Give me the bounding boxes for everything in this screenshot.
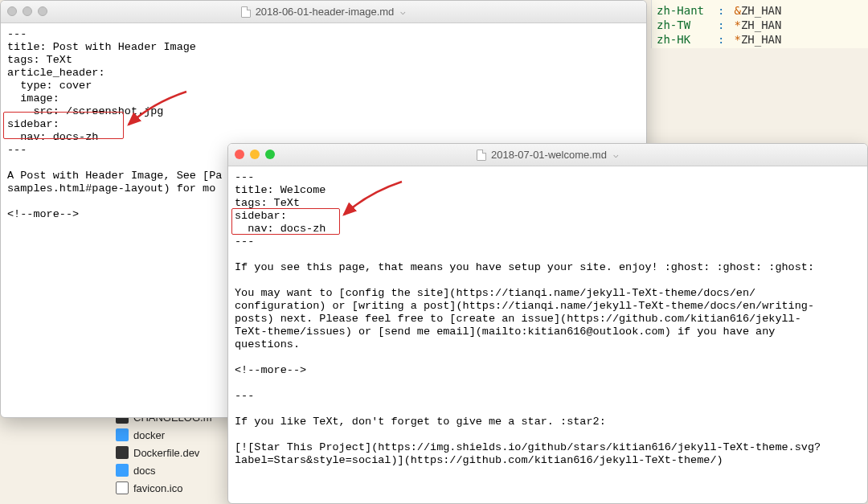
traffic-lights (235, 150, 275, 159)
folder-icon (116, 464, 129, 477)
content-after: --- If you see this page, that means you… (235, 236, 821, 466)
yaml-row: zh-TW : *ZH_HAN (657, 18, 863, 32)
yaml-row: zh-HK : *ZH_HAN (657, 32, 863, 47)
document-icon (241, 6, 251, 18)
minimize-icon[interactable] (23, 6, 32, 16)
content-before: --- title: Welcome tags: TeXt (235, 171, 326, 209)
maximize-icon[interactable] (38, 6, 47, 16)
file-icon (116, 446, 129, 459)
content-after: --- A Post with Header Image, See [Pa sa… (7, 144, 222, 220)
minimize-icon[interactable] (250, 150, 260, 159)
favicon-icon (116, 481, 129, 494)
list-item[interactable]: docs (116, 461, 212, 479)
chevron-down-icon[interactable]: ⌵ (613, 150, 619, 160)
content-highlight: sidebar: nav: docs-zh (235, 210, 326, 235)
list-item[interactable]: favicon.ico (116, 479, 212, 497)
window-title: 2018-06-01-header-image.md (256, 6, 395, 18)
yaml-anchor: ZH_HAN (741, 33, 782, 46)
yaml-key: zh-HK (657, 33, 708, 46)
editor-body[interactable]: --- title: Welcome tags: TeXt sidebar: n… (228, 166, 867, 503)
yaml-row: zh-Hant : &ZH_HAN (657, 3, 863, 18)
yaml-key: zh-TW (657, 18, 708, 31)
document-icon (477, 150, 486, 161)
desktop: zh-Hant : &ZH_HAN zh-TW : *ZH_HAN zh-HK … (0, 0, 868, 504)
yaml-colon: : (718, 18, 724, 31)
content-before: --- title: Post with Header Image tags: … (7, 28, 196, 117)
file-name: docker (133, 429, 165, 441)
title-center: 2018-07-01-welcome.md ⌵ (477, 149, 619, 161)
background-yaml-panel: zh-Hant : &ZH_HAN zh-TW : *ZH_HAN zh-HK … (651, 0, 868, 48)
close-icon[interactable] (7, 6, 17, 16)
yaml-anchor: ZH_HAN (741, 4, 782, 17)
list-item[interactable]: docker (116, 426, 212, 444)
yaml-key: zh-Hant (657, 4, 708, 17)
yaml-sym: * (734, 33, 740, 46)
chevron-down-icon[interactable]: ⌵ (400, 6, 406, 17)
titlebar[interactable]: 2018-07-01-welcome.md ⌵ (228, 144, 867, 166)
maximize-icon[interactable] (265, 150, 275, 159)
window-title: 2018-07-01-welcome.md (491, 149, 607, 161)
title-center: 2018-06-01-header-image.md ⌵ (241, 6, 407, 18)
editor-window-welcome[interactable]: 2018-07-01-welcome.md ⌵ --- title: Welco… (227, 143, 868, 504)
file-name: favicon.ico (133, 482, 182, 494)
titlebar[interactable]: 2018-06-01-header-image.md ⌵ (1, 1, 646, 23)
yaml-sym: & (734, 4, 740, 17)
yaml-sym: * (734, 18, 740, 31)
content-highlight: sidebar: nav: docs-zh (7, 118, 98, 143)
file-name: docs (133, 465, 155, 477)
folder-icon (116, 428, 129, 441)
list-item[interactable]: Dockerfile.dev (116, 444, 212, 461)
yaml-colon: : (718, 4, 724, 17)
yaml-colon: : (718, 33, 724, 46)
file-name: Dockerfile.dev (133, 447, 199, 459)
close-icon[interactable] (235, 150, 244, 159)
yaml-anchor: ZH_HAN (741, 18, 782, 31)
traffic-lights (7, 6, 47, 16)
file-list: CHANGELOG.m docker Dockerfile.dev docs f… (116, 408, 212, 497)
